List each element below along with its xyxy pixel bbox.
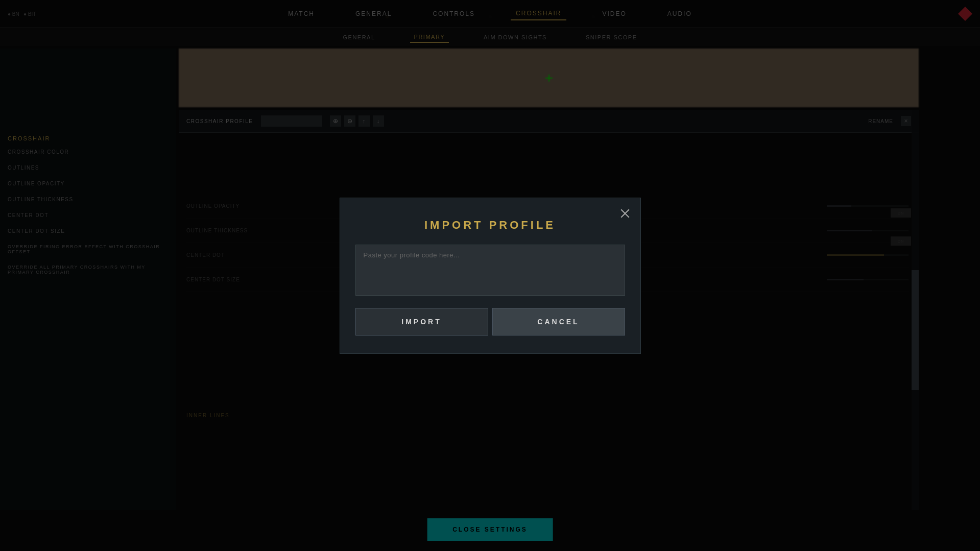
modal-title: IMPORT PROFILE <box>355 219 625 232</box>
modal-close-button[interactable] <box>617 206 633 221</box>
import-profile-dialog: IMPORT PROFILE IMPORT CANCEL <box>340 198 641 354</box>
import-button[interactable]: IMPORT <box>355 308 488 336</box>
close-x-icon <box>619 208 631 219</box>
cancel-button[interactable]: CANCEL <box>492 308 625 336</box>
modal-buttons: IMPORT CANCEL <box>355 308 625 336</box>
modal-overlay: IMPORT PROFILE IMPORT CANCEL <box>0 0 980 551</box>
profile-code-input[interactable] <box>355 245 625 296</box>
